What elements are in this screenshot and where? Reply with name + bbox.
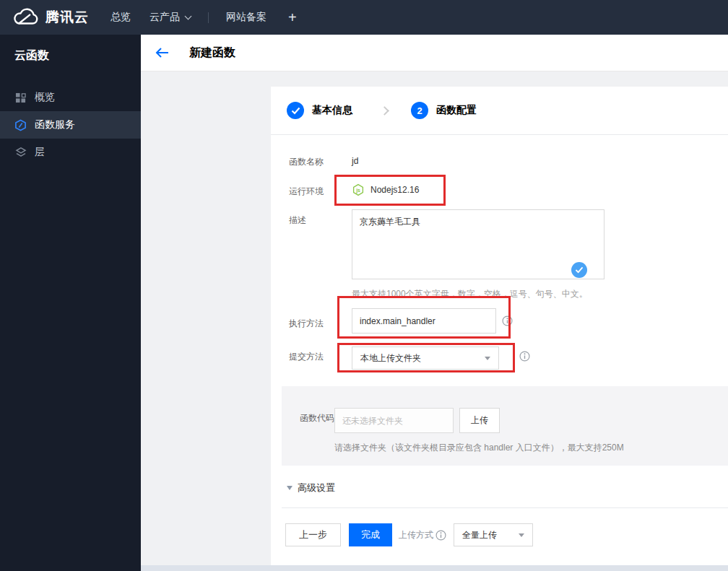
footer-divider bbox=[282, 507, 728, 508]
valid-check-icon bbox=[571, 262, 587, 278]
previous-step-button[interactable]: 上一步 bbox=[285, 523, 341, 546]
submit-method-value: 本地上传文件夹 bbox=[360, 352, 421, 365]
advanced-settings-label: 高级设置 bbox=[298, 481, 335, 494]
description-hint: 最大支持1000个英文字母，数字，空格，逗号、句号、中文。 bbox=[352, 288, 588, 300]
check-icon bbox=[287, 102, 304, 119]
sidebar-item-label: 函数服务 bbox=[35, 118, 75, 131]
tencent-cloud-logo-icon bbox=[13, 8, 39, 27]
info-icon[interactable] bbox=[436, 530, 446, 541]
back-arrow-icon bbox=[155, 47, 169, 58]
step-number-badge: 2 bbox=[411, 102, 428, 119]
sidebar: 云函数 概览 bbox=[0, 35, 141, 571]
function-name-label: 函数名称 bbox=[289, 156, 324, 168]
upload-mode-select[interactable]: 全量上传 bbox=[454, 523, 533, 546]
page-title: 新建函数 bbox=[189, 45, 235, 61]
nav-add-button[interactable]: + bbox=[288, 9, 297, 26]
upload-mode-label: 上传方式 bbox=[399, 529, 433, 541]
function-code-section: 函数代码* 上传 请选择文件夹（该文件夹根目录应包含 handler 入口文件）… bbox=[282, 386, 728, 466]
wizard-steps: 基本信息 2 函数配置 bbox=[271, 87, 728, 135]
sidebar-item-label: 概览 bbox=[35, 91, 55, 104]
function-code-label: 函数代码* bbox=[300, 412, 339, 424]
function-hexagon-icon bbox=[14, 119, 27, 131]
description-textarea[interactable]: 京东薅羊毛工具 bbox=[352, 209, 604, 279]
upload-mode-value: 全量上传 bbox=[462, 529, 497, 541]
layers-icon bbox=[14, 147, 27, 159]
runtime-label: 运行环境 bbox=[289, 186, 324, 198]
upload-mode-row: 上传方式 bbox=[399, 523, 446, 546]
brand-link[interactable]: 腾讯云 bbox=[13, 8, 89, 27]
sidebar-menu: 概览 函数服务 层 bbox=[0, 84, 141, 166]
top-nav-links: 总览 云产品 网站备案 + bbox=[110, 9, 297, 26]
upload-button[interactable]: 上传 bbox=[459, 408, 500, 433]
sidebar-item-function-service[interactable]: 函数服务 bbox=[0, 111, 141, 139]
runtime-value-row: js Nodejs12.16 bbox=[352, 183, 419, 196]
bottom-strip bbox=[141, 565, 728, 571]
folder-path-input[interactable] bbox=[334, 408, 454, 433]
nav-item-overview[interactable]: 总览 bbox=[110, 11, 131, 24]
nav-item-products[interactable]: 云产品 bbox=[150, 11, 191, 24]
nav-item-beian[interactable]: 网站备案 bbox=[226, 11, 266, 24]
grid-icon bbox=[14, 92, 27, 104]
advanced-settings-toggle[interactable]: 高级设置 bbox=[287, 481, 335, 494]
runtime-value: Nodejs12.16 bbox=[370, 185, 419, 195]
submit-method-label: 提交方法 bbox=[289, 351, 324, 363]
submit-method-select[interactable]: 本地上传文件夹 bbox=[352, 346, 499, 370]
create-function-panel: 基本信息 2 函数配置 函数名称 jd 运行环境 js Nodejs12.16 … bbox=[271, 87, 728, 565]
function-code-hint: 请选择文件夹（该文件夹根目录应包含 handler 入口文件），最大支持250M bbox=[334, 442, 624, 454]
triangle-down-icon bbox=[287, 486, 292, 490]
back-button[interactable] bbox=[155, 46, 170, 59]
caret-down-icon bbox=[519, 533, 524, 537]
svg-text:js: js bbox=[355, 188, 360, 193]
description-label: 描述 bbox=[289, 214, 306, 227]
nodejs-icon: js bbox=[352, 183, 365, 196]
step-label: 函数配置 bbox=[436, 104, 477, 117]
sidebar-item-overview[interactable]: 概览 bbox=[0, 84, 141, 111]
nav-divider bbox=[208, 12, 209, 23]
info-icon[interactable] bbox=[502, 315, 513, 326]
sidebar-item-layers[interactable]: 层 bbox=[0, 139, 141, 166]
sidebar-title: 云函数 bbox=[0, 35, 141, 75]
function-name-value: jd bbox=[352, 156, 358, 166]
page: 腾讯云 总览 云产品 网站备案 + 云函数 bbox=[0, 0, 728, 571]
sidebar-item-label: 层 bbox=[35, 146, 45, 159]
chevron-right-icon bbox=[380, 106, 389, 115]
caret-down-icon bbox=[485, 357, 490, 360]
brand-name: 腾讯云 bbox=[46, 8, 89, 27]
top-navbar: 腾讯云 总览 云产品 网站备案 + bbox=[0, 0, 728, 35]
handler-input[interactable] bbox=[352, 308, 496, 334]
handler-label: 执行方法 bbox=[289, 318, 324, 330]
chevron-down-icon bbox=[185, 12, 192, 19]
step-label: 基本信息 bbox=[312, 104, 352, 117]
finish-button[interactable]: 完成 bbox=[349, 523, 392, 546]
step-function-config: 2 函数配置 bbox=[411, 102, 477, 119]
info-icon[interactable] bbox=[519, 351, 530, 362]
step-basic-info: 基本信息 bbox=[287, 102, 352, 119]
page-header: 新建函数 bbox=[141, 35, 728, 71]
